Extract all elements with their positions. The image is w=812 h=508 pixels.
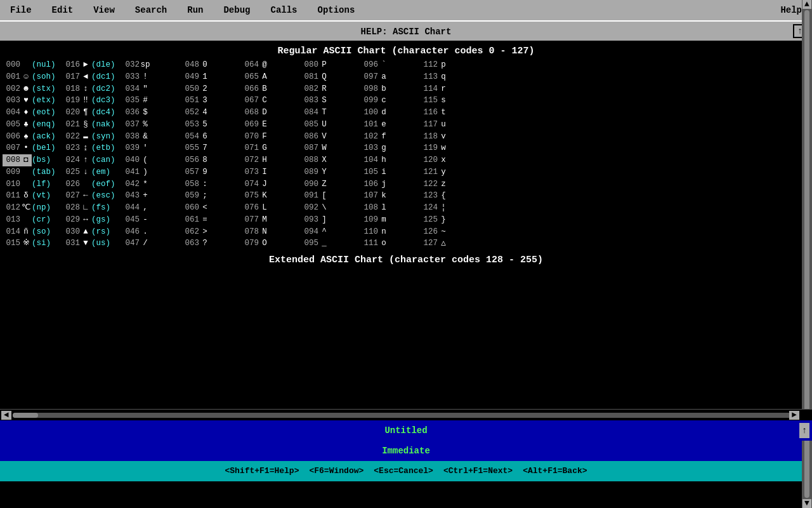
cell-symbol: B	[259, 83, 270, 95]
cell-number: 092	[301, 202, 318, 214]
cell-number: 011	[3, 190, 20, 202]
cell-number: 024	[62, 154, 80, 166]
cell-number: 059	[181, 190, 199, 202]
cell-label: (can)	[91, 154, 121, 166]
menu-view[interactable]: View	[88, 3, 120, 18]
cell-symbol: A	[259, 71, 270, 83]
cell-number: 054	[181, 131, 199, 143]
cell-symbol: v	[438, 131, 449, 143]
untitled-scroll-button[interactable]: ↑	[799, 423, 809, 438]
menu-file[interactable]: File	[5, 3, 37, 18]
cell-number: 125	[420, 214, 438, 226]
cell-number: 103	[360, 142, 378, 154]
cell-symbol: ※	[20, 237, 32, 250]
cell-number: 062	[181, 226, 199, 238]
table-row: 005♣(enq)021§(nak)037%0535069E085U101e11…	[3, 119, 799, 131]
untitled-panel: Untitled ↑	[0, 420, 812, 441]
table-row: 013 (cr)029↔(gs)045-061=077M093]109m125}	[3, 214, 799, 226]
cell-number: 048	[181, 59, 199, 71]
cell-number: 093	[301, 214, 318, 226]
cell-number: 118	[420, 131, 438, 143]
cell-symbol: :	[199, 178, 211, 190]
table-row: 001☺(soh)017◄(dc1)033!0491065A081Q097a11…	[3, 71, 799, 83]
cell-label: (nul)	[32, 59, 61, 71]
cell-symbol: d	[378, 107, 390, 119]
cell-label: (si)	[32, 237, 61, 250]
menu-debug[interactable]: Debug	[218, 3, 255, 18]
cell-label: (ack)	[32, 131, 61, 143]
cell-label: (etb)	[91, 142, 121, 154]
cell-number: 095	[301, 237, 318, 250]
menu-calls[interactable]: Calls	[265, 3, 302, 18]
table-row: 007•(bel)023↨(etb)039'0557071G087W103g11…	[3, 142, 799, 154]
cell-label: (enq)	[32, 119, 61, 131]
cell-symbol: L	[259, 202, 270, 214]
table-row: 011δ(vt)027←(esc)043+059;075K091[107k123…	[3, 190, 799, 202]
menu-run[interactable]: Run	[182, 3, 208, 18]
cell-number: 097	[360, 71, 378, 83]
cell-symbol: 3	[199, 95, 211, 107]
cell-number: 006	[3, 131, 20, 143]
cell-symbol: \	[318, 202, 330, 214]
cell-symbol: 0	[199, 59, 211, 71]
cell-symbol: ◘	[20, 154, 32, 166]
scroll-up-button[interactable]: ▲	[802, 0, 811, 9]
cell-symbol: }	[438, 214, 449, 226]
cell-number: 015	[3, 237, 20, 250]
cell-symbol: ‼	[80, 95, 91, 107]
cell-symbol: ^	[318, 226, 330, 238]
cell-symbol: ▲	[80, 226, 91, 238]
cell-symbol: i	[378, 166, 390, 178]
cell-label: (esc)	[91, 190, 121, 202]
cell-number: 061	[181, 214, 199, 226]
cell-label: (etx)	[32, 95, 61, 107]
cell-number: 120	[420, 154, 438, 166]
cell-number: 102	[360, 131, 378, 143]
cell-symbol: y	[438, 166, 449, 178]
scroll-right-button[interactable]: ►	[789, 411, 799, 420]
cell-symbol	[20, 166, 32, 178]
cell-label: (rs)	[91, 226, 121, 238]
cell-symbol: 7	[199, 142, 211, 154]
cell-number: 063	[181, 237, 199, 250]
cell-symbol: &	[140, 131, 151, 143]
menu-edit[interactable]: Edit	[47, 3, 79, 18]
scroll-left-button[interactable]: ◄	[1, 411, 11, 420]
table-row: 010 (lf)026 (eof)042*058:074J090Z106j122…	[3, 178, 799, 190]
cell-symbol: P	[318, 59, 330, 71]
cell-number: 087	[301, 142, 318, 154]
status-back: <Alt+F1=Back>	[523, 461, 587, 481]
scroll-down-button[interactable]: ▼	[802, 499, 811, 508]
cell-number: 099	[360, 95, 378, 107]
cell-symbol: a	[378, 71, 390, 83]
cell-number: 086	[301, 131, 318, 143]
table-row: 008◘(bs)024↑(can)040(0568072H088X104h120…	[3, 154, 799, 166]
cell-number: 119	[420, 142, 438, 154]
cell-number: 113	[420, 71, 438, 83]
cell-label: (soh)	[32, 71, 61, 83]
cell-number: 033	[122, 71, 140, 83]
menu-search[interactable]: Search	[130, 3, 172, 18]
content-area: Regular ASCII Chart (character codes 0 -…	[0, 41, 812, 409]
cell-number: 052	[181, 107, 199, 119]
cell-number: 109	[360, 214, 378, 226]
cell-symbol: W	[318, 142, 330, 154]
cell-symbol: 5	[199, 119, 211, 131]
cell-number: 028	[62, 202, 80, 214]
cell-number: 126	[420, 226, 438, 238]
cell-label: (gs)	[91, 214, 121, 226]
cell-label: (lf)	[32, 178, 61, 190]
cell-symbol: #	[140, 95, 151, 107]
cell-symbol: r	[438, 83, 449, 95]
cell-symbol: @	[259, 59, 270, 71]
status-next: <Ctrl+F1=Next>	[443, 461, 513, 481]
cell-number: 105	[360, 166, 378, 178]
cell-label: (bs)	[32, 154, 61, 166]
cell-symbol: ↓	[80, 166, 91, 178]
cell-symbol: z	[438, 178, 449, 190]
menu-options[interactable]: Options	[313, 3, 360, 18]
content-wrapper: Regular ASCII Chart (character codes 0 -…	[0, 41, 812, 409]
cell-number: 098	[360, 83, 378, 95]
cell-symbol: (	[140, 154, 151, 166]
cell-number: 053	[181, 119, 199, 131]
